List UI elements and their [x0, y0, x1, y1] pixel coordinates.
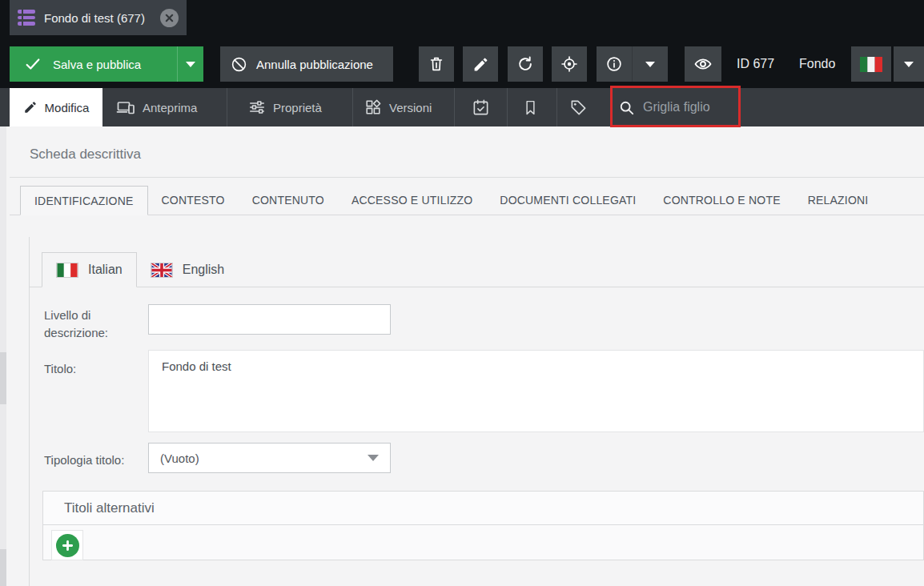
info-button-group — [597, 46, 668, 82]
divider — [507, 88, 508, 126]
bookmark-button[interactable] — [518, 88, 542, 126]
alt-titles-header: Titoli alternativi — [43, 492, 923, 525]
tipologia-select[interactable]: (Vuoto) — [148, 443, 391, 473]
tab-versioni[interactable]: Versioni — [364, 88, 432, 126]
target-icon — [560, 55, 578, 73]
lang-tab-english-label: English — [183, 263, 224, 277]
lang-tab-italian-label: Italian — [88, 263, 123, 277]
scrollbar-thumb[interactable] — [0, 549, 6, 586]
refresh-icon — [516, 55, 534, 73]
chevron-down-icon — [645, 62, 655, 67]
edit-button[interactable] — [463, 46, 498, 82]
livello-label: Livello di descrizione: — [44, 307, 142, 342]
tab-relazioni[interactable]: RELAZIONI — [794, 186, 882, 215]
trash-icon — [428, 55, 445, 73]
chevron-down-icon — [904, 62, 914, 67]
close-tab-button[interactable] — [160, 9, 179, 27]
divider — [352, 88, 353, 126]
refresh-button[interactable] — [508, 46, 543, 82]
tab-contenuto[interactable]: CONTENUTO — [239, 186, 338, 215]
uk-flag-icon — [151, 263, 173, 278]
info-icon — [605, 55, 623, 73]
record-type: Fondo — [799, 46, 835, 82]
tags-button[interactable] — [566, 88, 590, 126]
tipologia-selected-value: (Vuoto) — [160, 452, 199, 465]
archive-list-icon — [18, 10, 35, 26]
titolo-label: Titolo: — [44, 360, 142, 378]
sliders-icon — [248, 98, 266, 116]
locate-button[interactable] — [552, 46, 587, 82]
tab-modifica-label: Modifica — [45, 101, 90, 114]
language-flag-button[interactable] — [851, 46, 891, 82]
calendar-check-icon — [472, 98, 490, 117]
tab-modifica[interactable]: Modifica — [10, 88, 102, 126]
pencil-icon — [23, 100, 38, 114]
bookmark-icon — [522, 99, 539, 116]
document-tab-title: Fondo di test (677) — [44, 11, 145, 25]
left-scrollbar[interactable] — [0, 126, 6, 586]
language-tabs: Italian English — [29, 252, 924, 287]
save-options-dropdown[interactable] — [178, 62, 203, 67]
lang-tab-italian[interactable]: Italian — [42, 252, 137, 287]
record-id: ID 677 — [737, 46, 774, 82]
eye-icon — [693, 54, 713, 74]
divider — [454, 88, 455, 126]
add-alt-title-button[interactable] — [51, 530, 83, 560]
tab-anteprima[interactable]: Anteprima — [116, 88, 197, 126]
titolo-textarea[interactable]: Fondo di test — [148, 350, 924, 432]
tab-anteprima-label: Anteprima — [143, 101, 197, 114]
check-icon — [24, 55, 42, 73]
chevron-down-icon — [368, 455, 379, 461]
alt-titles-section: Titoli alternativi — [42, 491, 924, 560]
tab-proprieta-label: Proprietà — [273, 101, 322, 114]
livello-input[interactable] — [148, 304, 391, 335]
plus-circle-icon — [56, 534, 79, 557]
tag-icon — [569, 98, 588, 117]
tab-versioni-label: Versioni — [389, 101, 432, 114]
italian-flag-icon — [860, 57, 882, 72]
tasks-button[interactable] — [468, 88, 492, 126]
record-nav-bar: Modifica Anteprima Proprietà — [0, 88, 924, 126]
tab-contesto[interactable]: CONTESTO — [148, 186, 239, 215]
tab-proprieta[interactable]: Proprietà — [248, 88, 322, 126]
preview-eye-button[interactable] — [685, 46, 721, 82]
tab-documenti-collegati[interactable]: DOCUMENTI COLLEGATI — [486, 186, 649, 215]
delete-button[interactable] — [419, 46, 454, 82]
info-button[interactable] — [597, 46, 632, 82]
page-title: Scheda descrittiva — [30, 146, 141, 163]
unpublish-label: Annulla pubblicazione — [256, 58, 373, 71]
italian-flag-icon — [56, 263, 78, 278]
divider — [556, 88, 557, 126]
language-dropdown-button[interactable] — [894, 46, 924, 82]
unpublish-button[interactable]: Annulla pubblicazione — [220, 46, 393, 82]
slash-circle-icon — [231, 56, 247, 73]
divider — [227, 88, 227, 126]
save-publish-label: Salva e pubblica — [53, 58, 141, 71]
section-tabs: IDENTIFICAZIONE CONTESTO CONTENUTO ACCES… — [10, 186, 924, 215]
document-tab[interactable]: Fondo di test (677) — [10, 0, 187, 35]
tab-identificazione[interactable]: IDENTIFICAZIONE — [20, 186, 148, 215]
versions-icon — [364, 98, 382, 116]
lang-tab-english[interactable]: English — [137, 252, 238, 287]
pencil-icon — [472, 56, 489, 73]
info-options-dropdown[interactable] — [633, 46, 668, 82]
annotation-box — [610, 86, 741, 127]
divider — [10, 177, 924, 178]
close-icon — [165, 14, 174, 22]
save-publish-button[interactable]: Salva e pubblica — [10, 46, 203, 82]
panel-left-border — [29, 237, 30, 586]
chevron-down-icon — [186, 62, 195, 67]
scrollbar-thumb[interactable] — [0, 352, 6, 404]
tab-controllo-e-note[interactable]: CONTROLLO E NOTE — [649, 186, 793, 215]
top-toolbar: Fondo di test (677) Salva e pubblica Ann… — [0, 0, 924, 88]
tab-accesso-e-utilizzo[interactable]: ACCESSO E UTILIZZO — [338, 186, 486, 215]
app-window: Fondo di test (677) Salva e pubblica Ann… — [0, 0, 924, 586]
tipologia-label: Tipologia titolo: — [44, 452, 142, 469]
devices-icon — [116, 98, 135, 117]
